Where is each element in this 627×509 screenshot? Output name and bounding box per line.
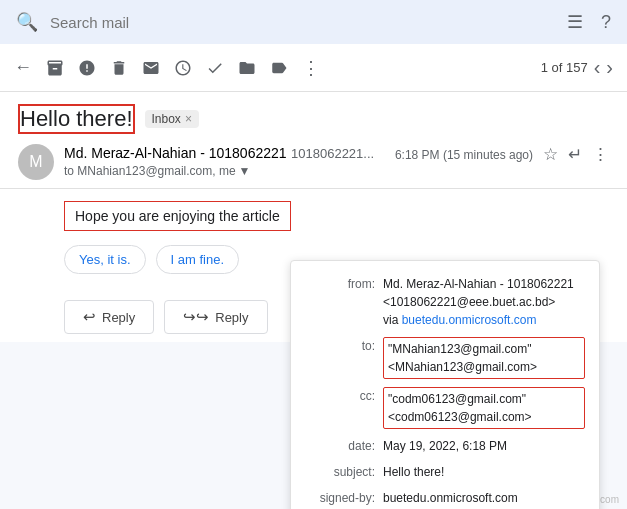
email-more-button[interactable]: ⋮	[592, 144, 609, 165]
next-page-button[interactable]: ›	[606, 56, 613, 79]
date-value: May 19, 2022, 6:18 PM	[383, 437, 585, 455]
forward-icon: ↪↪	[183, 308, 209, 326]
archive-button[interactable]	[46, 59, 64, 77]
from-row: from: Md. Meraz-Al-Nahian - 1018062221 <…	[305, 271, 585, 333]
folder-button[interactable]	[238, 59, 256, 77]
email-details-popup: from: Md. Meraz-Al-Nahian - 1018062221 <…	[290, 260, 600, 509]
help-icon[interactable]: ?	[601, 12, 611, 33]
subject-detail-value: Hello there!	[383, 463, 585, 481]
subject-detail-row: subject: Hello there!	[305, 459, 585, 485]
email-subject: Hello there!	[18, 104, 135, 134]
cc-row: cc: "codm06123@gmail.com" <codm06123@gma…	[305, 383, 585, 433]
forward-button[interactable]: ↪↪ Reply	[164, 300, 267, 334]
search-bar: 🔍 ☰ ?	[0, 0, 627, 44]
search-input[interactable]	[50, 14, 555, 31]
inbox-label: Inbox	[152, 112, 181, 126]
sender-name: Md. Meraz-Al-Nahian - 1018062221 1018062…	[64, 144, 385, 162]
toolbar: ← ⋮ 1 of 157 ‹ ›	[0, 44, 627, 92]
inbox-remove-button[interactable]: ×	[185, 112, 192, 126]
check-button[interactable]	[206, 59, 224, 77]
inbox-badge: Inbox ×	[145, 110, 199, 128]
date-row: date: May 19, 2022, 6:18 PM	[305, 433, 585, 459]
search-icon: 🔍	[16, 11, 38, 33]
via-link[interactable]: buetedu.onmicrosoft.com	[402, 313, 537, 327]
signed-value: buetedu.onmicrosoft.com	[383, 489, 585, 507]
email-meta: M Md. Meraz-Al-Nahian - 1018062221 10180…	[18, 144, 609, 180]
label-button[interactable]	[270, 59, 288, 77]
body-text: Hope you are enjoying the article	[64, 201, 291, 231]
reply-icon: ↩	[83, 308, 96, 326]
pagination: 1 of 157 ‹ ›	[541, 56, 613, 79]
from-value: Md. Meraz-Al-Nahian - 1018062221 <101806…	[383, 275, 585, 329]
clock-button[interactable]	[174, 59, 192, 77]
delete-button[interactable]	[110, 59, 128, 77]
smart-reply-1[interactable]: Yes, it is.	[64, 245, 146, 274]
quick-reply-button[interactable]: ↵	[568, 144, 582, 165]
report-button[interactable]	[78, 59, 96, 77]
sender-to: to MNahian123@gmail.com, me ▼	[64, 164, 385, 178]
prev-page-button[interactable]: ‹	[594, 56, 601, 79]
email-header: Hello there! Inbox × M Md. Meraz-Al-Nahi…	[0, 92, 627, 189]
signed-row: signed-by: buetedu.onmicrosoft.com	[305, 485, 585, 509]
pagination-text: 1 of 157	[541, 60, 588, 75]
more-button[interactable]: ⋮	[302, 57, 320, 79]
back-button[interactable]: ←	[14, 57, 32, 78]
to-value: "MNahian123@gmail.com" <MNahian123@gmail…	[383, 337, 585, 379]
to-row: to: "MNahian123@gmail.com" <MNahian123@g…	[305, 333, 585, 383]
cc-value: "codm06123@gmail.com" <codm06123@gmail.c…	[383, 387, 585, 429]
avatar: M	[18, 144, 54, 180]
expand-recipients-button[interactable]: ▼	[239, 164, 251, 178]
star-button[interactable]: ☆	[543, 144, 558, 165]
sender-info: Md. Meraz-Al-Nahian - 1018062221 1018062…	[64, 144, 385, 178]
filter-icon[interactable]: ☰	[567, 11, 583, 33]
mail-button[interactable]	[142, 59, 160, 77]
email-time: 6:18 PM (15 minutes ago)	[395, 148, 533, 162]
reply-button[interactable]: ↩ Reply	[64, 300, 154, 334]
smart-reply-2[interactable]: I am fine.	[156, 245, 239, 274]
subject-row: Hello there! Inbox ×	[18, 104, 609, 134]
sender-actions: 6:18 PM (15 minutes ago) ☆ ↵ ⋮	[395, 144, 609, 165]
